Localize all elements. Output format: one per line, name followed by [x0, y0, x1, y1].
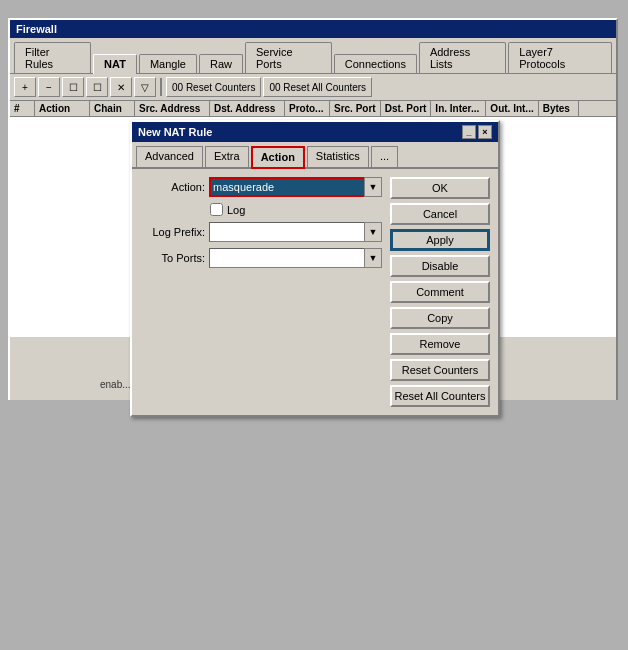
dialog-buttons: OK Cancel Apply Disable Comment Copy Rem… — [390, 177, 490, 407]
to-ports-input[interactable] — [209, 248, 382, 268]
to-ports-label: To Ports: — [140, 252, 205, 264]
action-select-arrow[interactable]: ▼ — [364, 177, 382, 197]
log-label: Log — [227, 204, 245, 216]
action-select[interactable]: masquerade — [209, 177, 382, 197]
reset-counters-button[interactable]: Reset Counters — [390, 359, 490, 381]
dialog-tab-bar: Advanced Extra Action Statistics ... — [132, 142, 498, 169]
dialog-tab-advanced[interactable]: Advanced — [136, 146, 203, 167]
to-ports-arrow[interactable]: ▼ — [364, 248, 382, 268]
col-num: # — [10, 101, 35, 116]
background-area — [0, 400, 628, 650]
action-select-wrapper: masquerade ▼ — [209, 177, 382, 197]
table-header: # Action Chain Src. Address Dst. Address… — [10, 101, 616, 117]
reset-all-counters-button[interactable]: Reset All Counters — [390, 385, 490, 407]
col-src-address: Src. Address — [135, 101, 210, 116]
tab-connections[interactable]: Connections — [334, 54, 417, 73]
col-dst-address: Dst. Address — [210, 101, 285, 116]
firewall-toolbar: + − ☐ ☐ ✕ ▽ 00 Reset Counters 00 Reset A… — [10, 74, 616, 101]
action-row: Action: masquerade ▼ — [140, 177, 382, 197]
reset-counters-toolbar-btn[interactable]: 00 Reset Counters — [166, 77, 261, 97]
col-bytes: Bytes — [539, 101, 579, 116]
tab-raw[interactable]: Raw — [199, 54, 243, 73]
log-prefix-input[interactable] — [209, 222, 382, 242]
dialog-tab-extra[interactable]: Extra — [205, 146, 249, 167]
firewall-title-bar: Firewall — [10, 20, 616, 38]
log-checkbox[interactable] — [210, 203, 223, 216]
col-dst-port: Dst. Port — [381, 101, 432, 116]
action-label: Action: — [140, 181, 205, 193]
to-ports-select-wrapper: ▼ — [209, 248, 382, 268]
tab-address-lists[interactable]: Address Lists — [419, 42, 506, 73]
reset-counters-label: 00 Reset Counters — [172, 82, 255, 93]
comment-button[interactable]: Comment — [390, 281, 490, 303]
log-row: Log — [210, 203, 382, 216]
dialog-form: Action: masquerade ▼ Log Log Prefix: ▼ — [140, 177, 382, 407]
dialog-tab-more[interactable]: ... — [371, 146, 398, 167]
copy-icon[interactable]: ☐ — [62, 77, 84, 97]
dialog-content: Action: masquerade ▼ Log Log Prefix: ▼ — [132, 169, 498, 415]
enable-label: enab... — [100, 379, 131, 390]
log-prefix-label: Log Prefix: — [140, 226, 205, 238]
firewall-title: Firewall — [16, 23, 57, 35]
col-in-inter: In. Inter... — [431, 101, 486, 116]
col-action: Action — [35, 101, 90, 116]
reset-all-counters-label: 00 Reset All Counters — [269, 82, 366, 93]
close-button[interactable]: × — [478, 125, 492, 139]
delete-icon[interactable]: ✕ — [110, 77, 132, 97]
cancel-button[interactable]: Cancel — [390, 203, 490, 225]
dialog-tab-statistics[interactable]: Statistics — [307, 146, 369, 167]
dialog-title: New NAT Rule — [138, 126, 212, 138]
firewall-tab-bar: Filter Rules NAT Mangle Raw Service Port… — [10, 38, 616, 74]
dialog-title-bar: New NAT Rule _ × — [132, 122, 498, 142]
copy-button[interactable]: Copy — [390, 307, 490, 329]
tab-mangle[interactable]: Mangle — [139, 54, 197, 73]
minimize-button[interactable]: _ — [462, 125, 476, 139]
to-ports-row: To Ports: ▼ — [140, 248, 382, 268]
col-src-port: Src. Port — [330, 101, 381, 116]
tab-service-ports[interactable]: Service Ports — [245, 42, 332, 73]
tab-nat[interactable]: NAT — [93, 54, 137, 74]
reset-all-counters-toolbar-btn[interactable]: 00 Reset All Counters — [263, 77, 372, 97]
col-chain: Chain — [90, 101, 135, 116]
log-prefix-select-wrapper: ▼ — [209, 222, 382, 242]
remove-button[interactable]: Remove — [390, 333, 490, 355]
add-button[interactable]: + — [14, 77, 36, 97]
col-proto: Proto... — [285, 101, 330, 116]
log-prefix-row: Log Prefix: ▼ — [140, 222, 382, 242]
log-prefix-arrow[interactable]: ▼ — [364, 222, 382, 242]
ok-button[interactable]: OK — [390, 177, 490, 199]
filter-icon[interactable]: ▽ — [134, 77, 156, 97]
paste-icon[interactable]: ☐ — [86, 77, 108, 97]
disable-button[interactable]: Disable — [390, 255, 490, 277]
remove-button[interactable]: − — [38, 77, 60, 97]
tab-layer7-protocols[interactable]: Layer7 Protocols — [508, 42, 612, 73]
dialog-title-controls: _ × — [462, 125, 492, 139]
nat-rule-dialog: New NAT Rule _ × Advanced Extra Action S… — [130, 120, 500, 417]
col-out-int: Out. Int... — [486, 101, 538, 116]
tab-filter-rules[interactable]: Filter Rules — [14, 42, 91, 73]
apply-button[interactable]: Apply — [390, 229, 490, 251]
dialog-tab-action[interactable]: Action — [251, 146, 305, 169]
toolbar-separator — [160, 78, 162, 96]
